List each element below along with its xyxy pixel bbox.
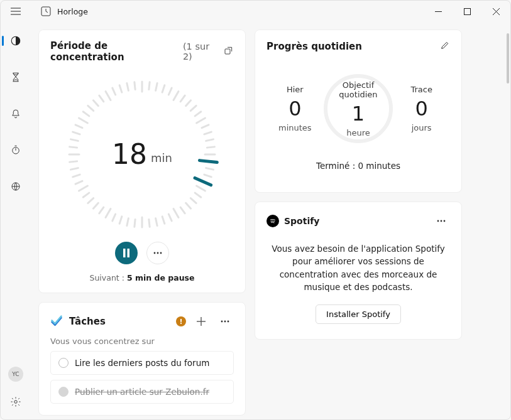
maximize-icon — [464, 8, 471, 15]
expand-button[interactable] — [224, 45, 234, 58]
focus-time-value: 18 — [112, 138, 147, 170]
tasks-title: Tâches — [69, 316, 106, 327]
hourglass-icon — [10, 72, 21, 83]
pause-icon — [123, 249, 130, 257]
svg-point-77 — [160, 252, 162, 254]
progress-card: Progrès quotidien Hier 0 minutes Objecti… — [255, 30, 462, 193]
svg-point-83 — [437, 220, 439, 222]
focus-card-title: Période de concentration — [50, 40, 179, 63]
globe-icon — [10, 181, 21, 192]
sidebar-item-alarm[interactable] — [3, 102, 28, 125]
minimize-button[interactable] — [424, 1, 453, 22]
svg-rect-5 — [464, 8, 470, 14]
maximize-button[interactable] — [453, 1, 481, 22]
tasks-warning-badge[interactable]: ! — [176, 316, 186, 326]
sidebar-item-stopwatch[interactable] — [3, 139, 28, 161]
more-icon — [437, 220, 446, 222]
sidebar-item-settings[interactable] — [3, 390, 28, 413]
next-step: Suivant : 5 min de pause — [50, 273, 234, 283]
more-icon — [153, 252, 162, 254]
plus-icon — [197, 317, 206, 326]
sidebar-item-focus[interactable] — [3, 30, 28, 52]
gear-icon — [10, 396, 21, 407]
hamburger-menu-button[interactable] — [1, 1, 31, 22]
svg-point-75 — [154, 252, 156, 254]
task-row[interactable]: Publier un article sur Zebulon.fr — [50, 380, 234, 404]
progress-completed: Terminé : 0 minutes — [266, 161, 450, 171]
svg-point-85 — [444, 220, 446, 222]
svg-point-84 — [441, 220, 442, 222]
task-row[interactable]: Lire les derniers posts du forum — [50, 351, 234, 375]
tasks-more-button[interactable] — [216, 313, 234, 330]
pencil-icon — [440, 40, 450, 50]
pause-button[interactable] — [115, 242, 138, 264]
svg-rect-74 — [128, 249, 130, 257]
focus-dial: 18 min — [62, 74, 223, 235]
task-label: Lire les derniers posts du forum — [75, 358, 209, 368]
tasks-card: Tâches ! Vous vous concentrez sur Lire l… — [38, 302, 246, 416]
close-button[interactable] — [481, 1, 510, 22]
minimize-icon — [435, 8, 442, 15]
focus-time-unit: min — [151, 144, 172, 164]
tasks-subtitle: Vous vous concentrez sur — [50, 337, 234, 346]
progress-streak: Trace 0 jours — [393, 85, 450, 132]
sidebar: YC — [1, 22, 31, 420]
todo-icon — [50, 315, 63, 328]
edit-progress-button[interactable] — [440, 40, 450, 53]
stopwatch-icon — [10, 144, 21, 156]
task-label: Publier un article sur Zebulon.fr — [75, 387, 209, 397]
progress-title: Progrès quotidien — [266, 41, 362, 52]
sidebar-item-worldclock[interactable] — [3, 175, 28, 198]
main-content: Période de concentration (1 sur 2) 18 mi… — [31, 22, 510, 420]
spotify-message: Vous avez besoin de l'application Spotif… — [272, 242, 445, 293]
avatar-initials: YC — [12, 371, 19, 377]
svg-rect-12 — [225, 49, 230, 54]
spotify-icon — [266, 215, 279, 227]
hamburger-icon — [11, 8, 21, 15]
svg-point-81 — [224, 321, 226, 323]
focus-counter: (1 sur 2) — [183, 41, 220, 62]
focus-session-card: Période de concentration (1 sur 2) 18 mi… — [38, 30, 246, 293]
progress-yesterday: Hier 0 minutes — [266, 85, 323, 132]
install-spotify-button[interactable]: Installer Spotify — [316, 304, 401, 324]
focus-icon — [10, 35, 21, 46]
svg-point-80 — [221, 321, 223, 323]
title-bar: Horloge — [1, 1, 510, 22]
spotify-more-button[interactable] — [432, 212, 450, 230]
task-checkbox[interactable] — [58, 358, 69, 368]
sidebar-item-timer[interactable] — [3, 66, 28, 89]
add-task-button[interactable] — [192, 313, 210, 330]
svg-rect-73 — [123, 249, 126, 257]
close-icon — [493, 8, 500, 15]
svg-point-11 — [14, 401, 18, 404]
spotify-card: Spotify Vous avez besoin de l'applicatio… — [255, 202, 462, 340]
avatar[interactable]: YC — [8, 367, 23, 382]
scrollbar[interactable] — [507, 33, 509, 83]
focus-more-button[interactable] — [146, 242, 169, 264]
spotify-name: Spotify — [284, 216, 319, 226]
svg-point-76 — [157, 252, 159, 254]
svg-point-82 — [228, 321, 229, 323]
task-checkbox[interactable] — [58, 387, 69, 397]
bell-icon — [10, 108, 21, 119]
more-icon — [221, 320, 229, 323]
app-title: Horloge — [57, 7, 88, 16]
expand-icon — [224, 45, 234, 55]
app-icon — [41, 6, 51, 16]
progress-goal: Objectif quotidien 1 heure — [324, 74, 393, 143]
